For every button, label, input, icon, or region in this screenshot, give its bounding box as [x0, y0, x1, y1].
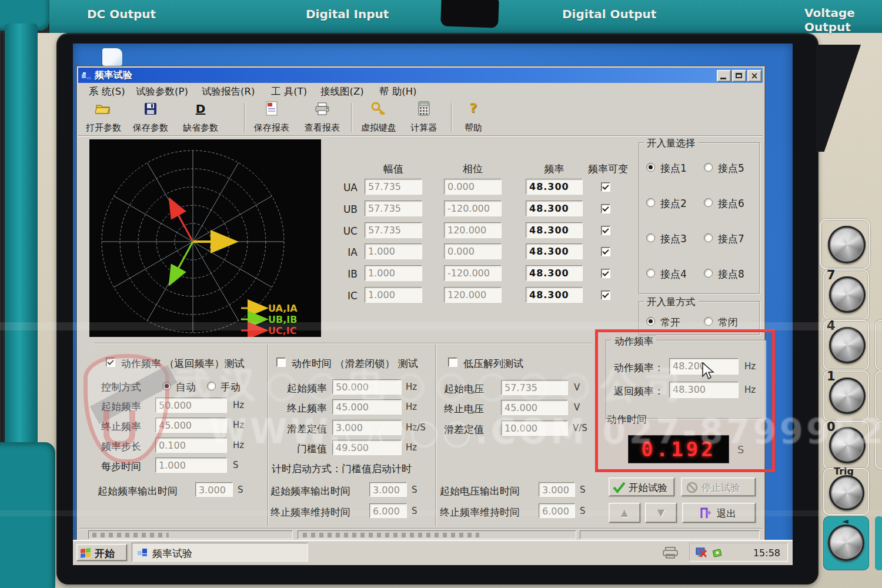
contact-2-radio[interactable] — [646, 198, 655, 207]
menu-test-report[interactable]: 试验报告(R) — [202, 85, 255, 98]
tray-display-icon[interactable] — [696, 547, 707, 558]
contact-6-radio[interactable] — [704, 198, 713, 207]
menu-test-params[interactable]: 试验参数(P) — [136, 85, 188, 98]
ua-freq-variable-checkbox[interactable] — [601, 182, 610, 192]
taskbar-printer-icon[interactable] — [662, 546, 680, 559]
desktop-icon[interactable] — [100, 47, 126, 67]
freq-step-field[interactable]: 0.100 — [155, 437, 227, 453]
ua-frequency-field[interactable]: 48.300 — [526, 179, 583, 195]
slip-setting-field[interactable]: 3.000 — [332, 420, 402, 435]
contact-8-radio[interactable] — [704, 269, 713, 278]
contact-8-label: 接点8 — [718, 268, 744, 281]
ib-phase-field[interactable]: -120.000 — [444, 265, 502, 281]
toolbar-open-params[interactable]: 打开参数 — [81, 101, 126, 135]
key-knob-trig[interactable] — [829, 475, 864, 510]
ia-freq-variable-checkbox[interactable] — [601, 247, 610, 256]
contact-3-radio[interactable] — [646, 233, 655, 242]
ub-frequency-field[interactable]: 48.300 — [526, 201, 583, 216]
menu-tools[interactable]: 工 具(T) — [271, 85, 307, 98]
end-freq-field[interactable]: 45.000 — [155, 417, 227, 433]
ia-frequency-field[interactable]: 48.300 — [526, 243, 583, 259]
stop-test-button[interactable]: 停止试验 — [681, 477, 756, 496]
minimize-button[interactable] — [717, 70, 731, 82]
key-knob-4[interactable] — [829, 327, 866, 363]
toolbar-virtual-keyboard[interactable]: 虚拟键盘 — [356, 101, 402, 135]
ib-freq-variable-checkbox[interactable] — [601, 269, 610, 278]
panel-label-dc-output: DC Output — [87, 7, 156, 21]
ib-frequency-field[interactable]: 48.300 — [526, 265, 583, 281]
auto-radio[interactable] — [162, 382, 171, 390]
action-freq-test-checkbox[interactable] — [106, 358, 115, 367]
ic-frequency-field[interactable]: 48.300 — [526, 287, 583, 303]
knob-blank[interactable] — [828, 226, 866, 263]
normally-open-radio[interactable] — [646, 317, 655, 326]
start-freq-output-time-field[interactable]: 3.000 — [195, 482, 233, 497]
lv-hold-time-field[interactable]: 6.000 — [539, 503, 575, 518]
menu-help[interactable]: 帮 助(H) — [379, 85, 417, 98]
panel-label-digital-input: Digital Input — [306, 7, 389, 21]
scroll-down-button[interactable]: ▼ — [645, 503, 677, 523]
menu-system[interactable]: 系 统(S) — [89, 85, 125, 98]
lv-slip-setting-field[interactable]: 10.000 — [501, 420, 568, 436]
exit-button[interactable]: 退出 — [682, 503, 756, 523]
toolbar-default-params[interactable]: D 缺省参数 — [178, 101, 223, 135]
ic-phase-field[interactable]: 120.000 — [444, 287, 502, 303]
at-output-time-field[interactable]: 3.000 — [369, 482, 407, 497]
taskbar-clock[interactable]: 15:58 — [753, 547, 780, 559]
start-button[interactable]: 开始 — [76, 544, 127, 561]
low-voltage-test-checkbox[interactable] — [448, 358, 457, 367]
tray-green-icon[interactable] — [712, 547, 723, 558]
at-end-freq-field[interactable]: 45.000 — [332, 399, 402, 415]
contact-7-radio[interactable] — [704, 233, 713, 242]
taskbar-app-button[interactable]: 频率试验 — [132, 543, 308, 562]
lv-start-voltage-field[interactable]: 57.735 — [501, 380, 568, 395]
ub-phase-field[interactable]: -120.000 — [444, 201, 502, 216]
close-button[interactable]: × — [747, 70, 761, 82]
start-freq-field[interactable]: 50.000 — [155, 397, 227, 413]
ic-amplitude-field[interactable]: 1.000 — [365, 287, 422, 303]
ic-freq-variable-checkbox[interactable] — [601, 290, 610, 300]
maximize-button[interactable] — [732, 70, 746, 82]
toolbar-save-params[interactable]: 保存参数 — [128, 101, 173, 135]
ia-phase-field[interactable]: 0.000 — [444, 243, 502, 259]
manual-radio[interactable] — [207, 382, 216, 390]
contact-1-radio[interactable] — [646, 163, 655, 172]
ub-amplitude-field[interactable]: 57.735 — [365, 201, 422, 216]
return-freq-value-field[interactable]: 48.300 — [669, 382, 739, 398]
toolbar-calculator[interactable]: 计算器 — [405, 101, 443, 135]
ub-freq-variable-checkbox[interactable] — [601, 204, 610, 213]
ua-amplitude-field[interactable]: 57.735 — [365, 179, 422, 195]
at-output-time-unit: S — [412, 485, 417, 495]
key-knob-1[interactable] — [829, 377, 866, 414]
start-test-button[interactable]: 开始试验 — [609, 477, 674, 496]
window-titlebar[interactable]: 频率试验 × — [78, 68, 763, 83]
toolbar-view-report[interactable]: 查看报表 — [298, 101, 346, 135]
lv-output-time-field[interactable]: 3.000 — [539, 482, 575, 497]
toolbar-save-report[interactable]: 保存报表 — [249, 101, 295, 135]
at-start-freq-field[interactable]: 50.000 — [332, 379, 402, 395]
uc-freq-variable-checkbox[interactable] — [601, 226, 610, 235]
key-knob-arrow[interactable] — [828, 524, 864, 561]
uc-phase-field[interactable]: 120.000 — [444, 222, 502, 238]
normally-closed-radio[interactable] — [704, 317, 713, 326]
threshold-field[interactable]: 49.500 — [332, 440, 402, 455]
uc-frequency-field[interactable]: 48.300 — [526, 222, 583, 238]
uc-amplitude-field[interactable]: 57.735 — [365, 222, 422, 238]
action-time-test-checkbox[interactable] — [276, 358, 286, 367]
timing-start-note: 计时启动方式：门槛值启动计时 — [272, 462, 412, 476]
at-hold-time-field[interactable]: 6.000 — [369, 503, 407, 518]
lv-end-voltage-field[interactable]: 45.000 — [501, 400, 568, 415]
normally-closed-label: 常闭 — [718, 316, 738, 329]
contact-5-radio[interactable] — [704, 163, 713, 172]
toolbar-help[interactable]: ? 帮助 — [458, 101, 489, 135]
ua-phase-field[interactable]: 0.000 — [444, 179, 502, 195]
scroll-up-button[interactable]: ▲ — [609, 503, 640, 523]
contact-4-radio[interactable] — [646, 269, 655, 278]
key-knob-0[interactable] — [829, 427, 866, 463]
menu-wiring-diagram[interactable]: 接线图(Z) — [320, 85, 364, 98]
ia-amplitude-field[interactable]: 1.000 — [365, 243, 422, 259]
ib-amplitude-field[interactable]: 1.000 — [365, 265, 422, 281]
down-arrow-glyph: ▼ — [657, 507, 664, 518]
key-knob-7[interactable] — [829, 276, 866, 313]
step-time-field[interactable]: 1.000 — [155, 457, 227, 473]
